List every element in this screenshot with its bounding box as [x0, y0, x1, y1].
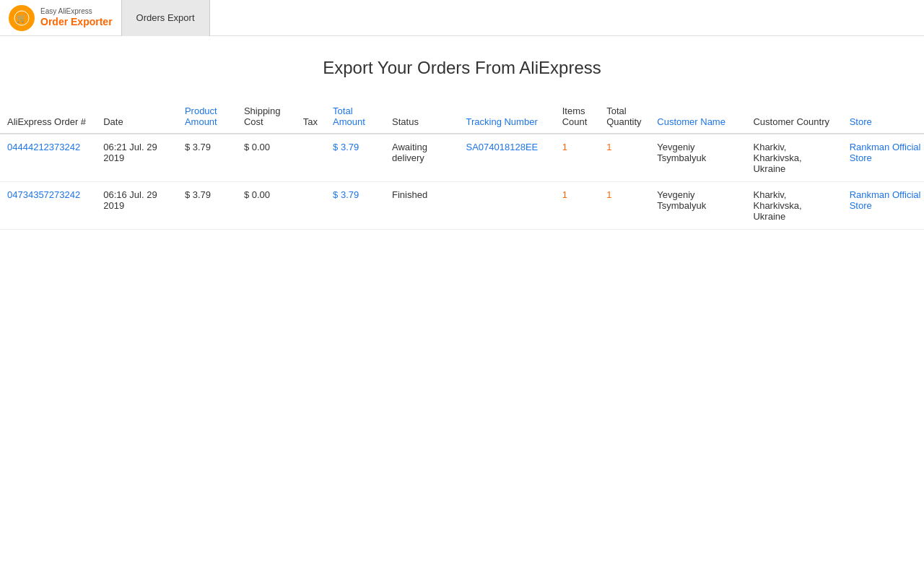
col-header-status: Status [385, 100, 458, 134]
cell-total_amount: $ 3.79 [326, 182, 385, 230]
orders-table: AliExpress Order # Date Product Amount S… [0, 100, 924, 230]
cell-total_amount: $ 3.79 [326, 134, 385, 182]
cell-status: Awaiting delivery [385, 134, 458, 182]
cell-customer_country: Kharkiv, Kharkivska, Ukraine [746, 134, 842, 182]
svg-text:🛒: 🛒 [17, 13, 27, 23]
col-header-qty: Total Quantity [599, 100, 650, 134]
orders-export-tab[interactable]: Orders Export [121, 0, 210, 36]
table-row: 0473435727324206:16 Jul. 29 2019$ 3.79$ … [0, 182, 924, 230]
cell-items_count: 1 [555, 134, 599, 182]
col-header-custname: Customer Name [650, 100, 746, 134]
col-header-tax: Tax [296, 100, 326, 134]
cell-order_num: 04734357273242 [0, 182, 96, 230]
orders-table-container: AliExpress Order # Date Product Amount S… [0, 100, 924, 230]
cell-date: 06:21 Jul. 29 2019 [96, 134, 178, 182]
cell-total_quantity: 1 [599, 134, 650, 182]
cell-customer_name: Yevgeniy Tsymbalyuk [650, 182, 746, 230]
cell-product_amount: $ 3.79 [178, 182, 237, 230]
col-header-tracking: Tracking Number [459, 100, 555, 134]
cell-shipping_cost: $ 0.00 [237, 134, 296, 182]
cell-product_amount: $ 3.79 [178, 134, 237, 182]
table-header-row: AliExpress Order # Date Product Amount S… [0, 100, 924, 134]
cell-status: Finished [385, 182, 458, 230]
cell-total_quantity: 1 [599, 182, 650, 230]
logo-text-top: Easy AliExpress [40, 7, 113, 16]
page-title: Export Your Orders From AliExpress [0, 58, 924, 78]
header: 🛒 Easy AliExpress Order Exporter Orders … [0, 0, 924, 36]
cell-store: Rankman Official Store [842, 182, 924, 230]
col-header-total: Total Amount [326, 100, 385, 134]
col-header-shipping: Shipping Cost [237, 100, 296, 134]
cell-items_count: 1 [555, 182, 599, 230]
col-header-order: AliExpress Order # [0, 100, 96, 134]
cell-store: Rankman Official Store [842, 134, 924, 182]
col-header-product: Product Amount [178, 100, 237, 134]
col-header-items: Items Count [555, 100, 599, 134]
col-header-custcountry: Customer Country [746, 100, 842, 134]
cell-order_num: 04444212373242 [0, 134, 96, 182]
cell-tracking_number: SA074018128EE [459, 134, 555, 182]
logo-icon: 🛒 [9, 5, 35, 31]
cell-shipping_cost: $ 0.00 [237, 182, 296, 230]
col-header-date: Date [96, 100, 178, 134]
table-row: 0444421237324206:21 Jul. 29 2019$ 3.79$ … [0, 134, 924, 182]
cell-tax [296, 134, 326, 182]
logo-area: 🛒 Easy AliExpress Order Exporter [0, 5, 121, 31]
cell-customer_country: Kharkiv, Kharkivska, Ukraine [746, 182, 842, 230]
main-content: Export Your Orders From AliExpress AliEx… [0, 36, 924, 230]
col-header-store: Store [842, 100, 924, 134]
logo-text-block: Easy AliExpress Order Exporter [40, 7, 113, 28]
cell-tracking_number [459, 182, 555, 230]
logo-text-main: Order Exporter [40, 16, 113, 28]
cell-date: 06:16 Jul. 29 2019 [96, 182, 178, 230]
cell-tax [296, 182, 326, 230]
cell-customer_name: Yevgeniy Tsymbalyuk [650, 134, 746, 182]
